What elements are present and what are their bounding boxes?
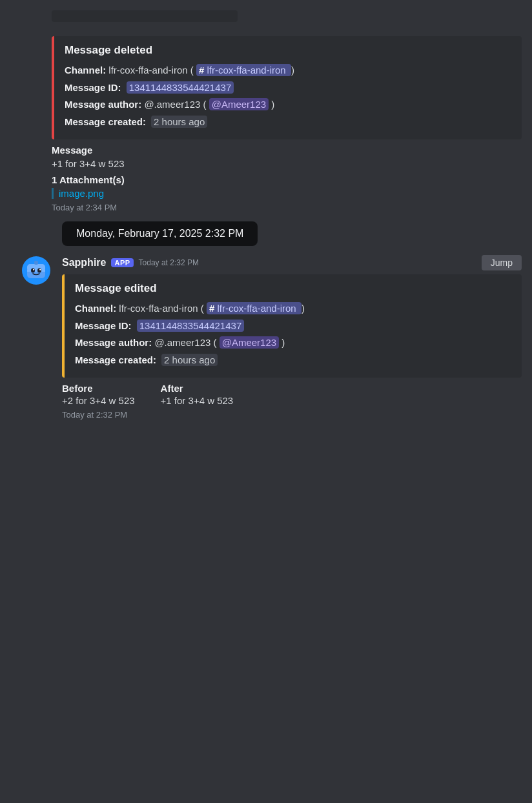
avatar-col xyxy=(10,255,62,420)
before-value: +2 for 3+4 w 523 xyxy=(62,395,135,406)
deleted-bottom-timestamp: Today at 2:34 PM xyxy=(52,203,522,212)
edited-created-time: 2 hours ago xyxy=(161,354,218,366)
jump-button[interactable]: Jump xyxy=(482,255,522,270)
edited-author-field: Message author: @.ameer123 ( @Ameer123 ) xyxy=(75,336,511,351)
app-badge: APP xyxy=(111,258,133,267)
sapphire-avatar-svg xyxy=(25,259,48,282)
avatar xyxy=(22,256,50,285)
message-created-field: Message created: 2 hours ago xyxy=(65,115,511,130)
edited-embed-title: Message edited xyxy=(75,282,511,295)
after-col: After +1 for 3+4 w 523 xyxy=(161,383,234,406)
before-col: Before +2 for 3+4 w 523 xyxy=(62,383,135,406)
message-section-label: Message xyxy=(52,145,522,156)
deleted-message-content: Message deleted Channel: lfr-cox-ffa-and… xyxy=(52,34,522,212)
deleted-embed: Message deleted Channel: lfr-cox-ffa-and… xyxy=(52,36,522,139)
edited-message-id-value: 1341144833544421437 xyxy=(137,320,245,332)
attachment-link[interactable]: image.png xyxy=(52,188,522,199)
author-highlight: @Ameer123 xyxy=(209,98,269,110)
message-timestamp: Today at 2:32 PM xyxy=(139,258,199,267)
message-author-field: Message author: @.ameer123 ( @Ameer123 ) xyxy=(65,97,511,112)
svg-rect-7 xyxy=(34,261,38,265)
after-value: +1 for 3+4 w 523 xyxy=(161,395,234,406)
edited-message-group: Sapphire APP Today at 2:32 PM Jump Messa… xyxy=(0,250,532,425)
edited-message-id-field: Message ID: 1341144833544421437 xyxy=(75,319,511,334)
message-header: Sapphire APP Today at 2:32 PM Jump xyxy=(62,255,522,270)
tooltip-row: Monday, February 17, 2025 2:32 PM xyxy=(0,218,532,250)
deleted-message-group: Message deleted Channel: lfr-cox-ffa-and… xyxy=(0,28,532,218)
created-time-value: 2 hours ago xyxy=(151,116,207,128)
after-label: After xyxy=(161,383,234,394)
edited-bottom-timestamp: Today at 2:32 PM xyxy=(62,410,522,420)
attachments-label: 1 Attachment(s) xyxy=(52,174,522,185)
edited-channel-field: Channel: lfr-cox-ffa-and-iron ( # lfr-co… xyxy=(75,301,511,316)
tooltip-bubble: Monday, February 17, 2025 2:32 PM xyxy=(62,221,258,246)
svg-point-6 xyxy=(39,269,41,270)
username: Sapphire xyxy=(62,257,106,269)
before-after-row: Before +2 for 3+4 w 523 After +1 for 3+4… xyxy=(62,383,522,406)
message-id-field: Message ID: 1341144833544421437 xyxy=(65,81,511,96)
edited-message-content: Sapphire APP Today at 2:32 PM Jump Messa… xyxy=(62,255,522,420)
hash-icon-2: # xyxy=(209,303,214,314)
svg-point-5 xyxy=(33,269,34,270)
top-image-placeholder xyxy=(52,10,238,22)
svg-point-4 xyxy=(37,269,41,273)
channel-field: Channel: lfr-cox-ffa-and-iron ( # lfr-co… xyxy=(65,63,511,78)
svg-point-3 xyxy=(31,269,35,273)
edited-embed: Message edited Channel: lfr-cox-ffa-and-… xyxy=(62,274,522,378)
edited-author-highlight: @Ameer123 xyxy=(220,336,279,349)
message-id-value: 1341144833544421437 xyxy=(127,81,234,94)
edited-channel-highlight: # lfr-cox-ffa-and-iron xyxy=(207,302,302,314)
hash-icon: # xyxy=(199,65,204,76)
svg-rect-2 xyxy=(27,270,45,272)
deleted-embed-title: Message deleted xyxy=(65,44,511,57)
message-body-text: +1 for 3+4 w 523 xyxy=(52,158,522,169)
before-label: Before xyxy=(62,383,135,394)
channel-highlight: # lfr-cox-ffa-and-iron xyxy=(196,64,291,76)
edited-created-field: Message created: 2 hours ago xyxy=(75,353,511,368)
